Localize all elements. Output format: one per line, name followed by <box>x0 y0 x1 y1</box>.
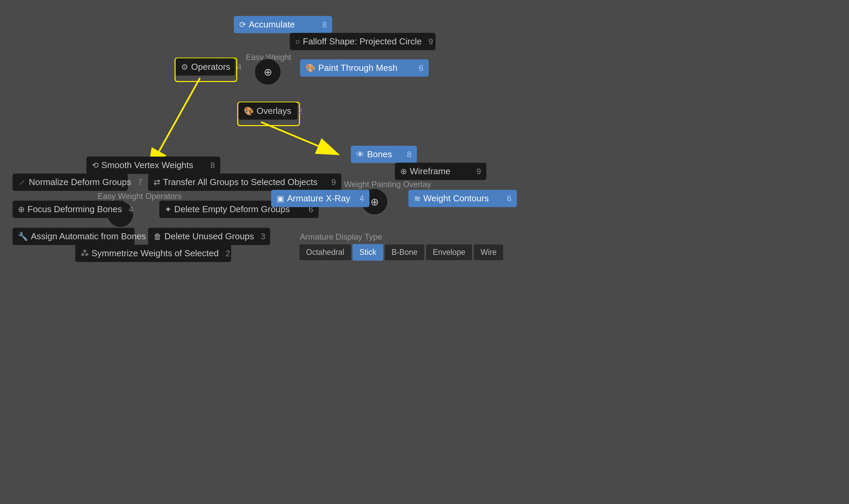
svg-line-1 <box>151 78 200 166</box>
accumulate-shortcut: 8 <box>318 20 327 30</box>
smooth-shortcut: 8 <box>206 161 215 170</box>
falloff-shape-button[interactable]: ○ Falloff Shape: Projected Circle 9 <box>290 33 435 50</box>
symmetrize-shortcut: 2 <box>221 249 230 258</box>
display-stick[interactable]: Stick <box>353 244 384 260</box>
easy-weight-operators-label: Easy Weight Operators <box>97 192 182 201</box>
focus-shortcut: 4 <box>125 205 133 214</box>
display-wire[interactable]: Wire <box>473 244 504 260</box>
delete-unused-label: Delete Unused Groups <box>164 231 254 242</box>
armature-xray-button[interactable]: ▣ Armature X-Ray 4 <box>271 190 369 207</box>
symmetrize-weights-button[interactable]: ⁂ Symmetrize Weights of Selected 2 <box>75 245 231 262</box>
paint-shortcut: 6 <box>415 64 423 73</box>
display-envelope[interactable]: Envelope <box>426 244 472 260</box>
weight-contours-icon: ≋ <box>414 194 421 203</box>
transfer-shortcut: 9 <box>327 178 336 187</box>
normalize-deform-button[interactable]: ⟋ Normalize Deform Groups 7 <box>13 174 128 191</box>
weight-contours-label: Weight Contours <box>423 193 489 204</box>
focus-deforming-bones-button[interactable]: ⊕ Focus Deforming Bones 4 <box>13 201 124 218</box>
delete-unused-shortcut: 3 <box>256 232 265 241</box>
wireframe-button[interactable]: ⊕ Wireframe 9 <box>395 163 486 180</box>
falloff-shortcut: 9 <box>424 37 433 47</box>
bones-button[interactable]: 👁 Bones 8 <box>351 146 417 163</box>
accumulate-icon: ⟳ <box>239 20 246 30</box>
bones-eye-icon: 👁 <box>356 150 364 159</box>
assign-icon: 🔧 <box>18 232 28 241</box>
normalize-icon: ⟋ <box>18 178 26 187</box>
transfer-all-groups-button[interactable]: ⇄ Transfer All Groups to Selected Object… <box>148 174 341 191</box>
smooth-icon: ⟲ <box>92 161 98 170</box>
operators-button[interactable]: ⚙ Operators 4 <box>176 58 235 76</box>
overlays-shortcut: 2 <box>294 106 303 116</box>
accumulate-button[interactable]: ⟳ Accumulate 8 <box>234 16 332 33</box>
smooth-label: Smooth Vertex Weights <box>101 160 193 170</box>
wireframe-icon: ⊕ <box>400 167 407 176</box>
overlays-label: Overlays <box>256 106 291 116</box>
delete-unused-button[interactable]: 🗑 Delete Unused Groups 3 <box>148 228 270 245</box>
paint-label: Paint Through Mesh <box>318 63 398 73</box>
transfer-label: Transfer All Groups to Selected Objects <box>163 177 318 187</box>
display-octahedral[interactable]: Octahedral <box>299 244 351 260</box>
weight-painting-overlay-label: Weight Painting Overlay <box>344 180 431 189</box>
falloff-label: Falloff Shape: Projected Circle <box>303 36 422 47</box>
symmetrize-icon: ⁂ <box>81 249 89 258</box>
operators-label: Operators <box>191 62 231 72</box>
easy-weight-dial-top[interactable]: ⊕ <box>254 58 281 85</box>
paint-icon: 🎨 <box>305 64 315 73</box>
operators-icon: ⚙ <box>181 62 188 72</box>
wireframe-shortcut: 9 <box>472 167 481 176</box>
weight-contours-button[interactable]: ≋ Weight Contours 6 <box>409 190 517 207</box>
bones-shortcut: 8 <box>403 150 412 159</box>
normalize-label: Normalize Deform Groups <box>29 177 131 187</box>
overlays-button[interactable]: 🎨 Overlays 2 <box>238 102 297 120</box>
armature-xray-icon: ▣ <box>276 194 284 203</box>
display-bbone[interactable]: B-Bone <box>384 244 424 260</box>
transfer-icon: ⇄ <box>153 178 160 187</box>
armature-xray-shortcut: 4 <box>356 194 364 203</box>
operators-shortcut: 4 <box>233 62 242 72</box>
falloff-icon: ○ <box>295 37 300 47</box>
symmetrize-label: Symmetrize Weights of Selected <box>91 248 219 258</box>
paint-through-mesh-button[interactable]: 🎨 Paint Through Mesh 6 <box>300 59 429 77</box>
armature-xray-label: Armature X-Ray <box>287 193 350 204</box>
delete-empty-icon: ✦ <box>165 205 171 214</box>
armature-display-group: Octahedral Stick B-Bone Envelope Wire <box>299 244 504 260</box>
overlays-icon: 🎨 <box>244 106 254 116</box>
accumulate-label: Accumulate <box>249 19 295 30</box>
smooth-vertex-weights-button[interactable]: ⟲ Smooth Vertex Weights 8 <box>86 157 220 174</box>
svg-line-2 <box>261 122 334 152</box>
bones-label: Bones <box>367 149 392 160</box>
assign-automatic-button[interactable]: 🔧 Assign Automatic from Bones 1 <box>13 228 134 245</box>
armature-display-type-label: Armature Display Type <box>300 232 382 242</box>
assign-label: Assign Automatic from Bones <box>31 231 146 242</box>
focus-label: Focus Deforming Bones <box>28 204 122 215</box>
weight-contours-shortcut: 6 <box>503 194 511 203</box>
focus-icon: ⊕ <box>18 205 25 214</box>
wireframe-label: Wireframe <box>410 166 450 177</box>
delete-unused-icon: 🗑 <box>153 232 162 241</box>
normalize-shortcut: 7 <box>134 178 142 187</box>
